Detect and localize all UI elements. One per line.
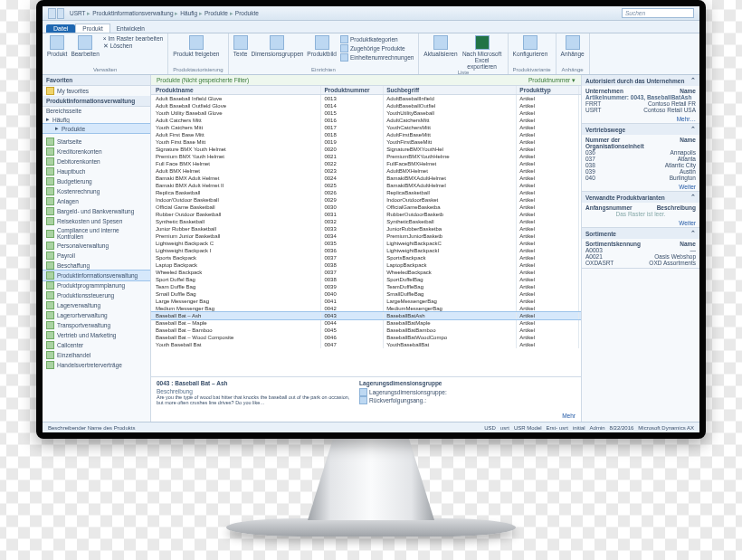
factbox-next-link[interactable]: Weiter [582, 219, 699, 227]
nav-module-item[interactable]: Debitorenkonten [43, 157, 150, 166]
factbox-header[interactable]: Vertriebswege⌃ [582, 124, 699, 135]
table-row[interactable]: Adult Catchers Mitt0016AdultCatchersMitt… [151, 117, 581, 124]
filter-dropdown[interactable]: Produktnummer ▾ [528, 77, 576, 84]
table-row[interactable]: Adult First Base Mitt0018AdultFirstBaseM… [151, 131, 581, 138]
nav-module-item[interactable]: Lagerverwaltung [43, 300, 150, 310]
table-row[interactable]: Baseball Bat – Maple0044BaseballBatMaple… [151, 319, 581, 327]
preview-more-link[interactable]: Mehr [562, 413, 576, 419]
nav-module-item[interactable]: Kostenrechnung [43, 186, 150, 196]
nav-module-item[interactable]: Produktionssteuerung [43, 290, 150, 300]
table-row[interactable]: Small Duffle Bag0040SmallDuffleBagArtike… [151, 290, 581, 298]
texts-button[interactable]: Texte [233, 35, 248, 57]
nav-module-item[interactable]: Budgetierung [43, 176, 150, 186]
nav-back-forward[interactable] [48, 8, 64, 19]
breadcrumb-segment[interactable]: Produkte [205, 10, 233, 17]
table-row[interactable]: Replica Basketball0026ReplicaBasketballA… [151, 189, 581, 196]
nav-module-item[interactable]: Handelsvertreterverträge [43, 360, 150, 370]
table-row[interactable]: Sport Duffel Bag0038SportDuffelBagArtike… [151, 276, 581, 283]
factbox-row[interactable]: 037Atlanta [585, 156, 696, 162]
factbox-header[interactable]: Verwandte Produktvarianten⌃ [582, 192, 699, 203]
factbox-header[interactable]: Sortimente⌃ [582, 228, 699, 239]
nav-module-item[interactable]: Produktprogrammplanung [43, 280, 150, 290]
edit-in-grid-button[interactable]: × Im Raster bearbeiten [103, 35, 163, 42]
breadcrumb-segment[interactable]: USRT [70, 10, 90, 17]
grid-header[interactable]: Produktname Produktnummer Suchbegriff Pr… [151, 86, 581, 95]
nav-module-item[interactable]: Transportverwaltung [43, 320, 150, 330]
table-row[interactable]: Premium BMX Youth Helmet0021PremiumBMXYo… [151, 153, 581, 160]
col-produkttyp[interactable]: Produkttyp [517, 86, 579, 94]
table-row[interactable]: Large Messenger Bag0041LargeMessengerBag… [151, 298, 581, 305]
table-row[interactable]: Junior Rubber Basketball0033JuniorRubber… [151, 225, 581, 233]
table-row[interactable]: Bamaki BMX Adult Helmet0024BamakiBMXAdul… [151, 175, 581, 182]
factbox-row[interactable]: A0003— [585, 247, 696, 253]
nav-module-item[interactable]: Personalverwaltung [43, 241, 150, 251]
table-row[interactable]: Wheeled Backpack0037WheeledBackpackArtik… [151, 269, 581, 276]
nav-module-item[interactable]: Startseite [43, 137, 150, 147]
nav-module-item[interactable]: Bargeld- und Bankverwaltung [43, 206, 150, 216]
chevron-up-icon[interactable]: ⌃ [690, 230, 696, 237]
col-produktname[interactable]: Produktname [153, 86, 321, 94]
nav-module-item[interactable]: Vertrieb und Marketing [43, 330, 150, 340]
filter-bar[interactable]: Produkte (Nicht gespeicherte Filter) Pro… [151, 75, 581, 86]
table-row[interactable]: Official Game Basketball0030OfficialGame… [151, 204, 581, 211]
nav-module-item[interactable]: Beschaffung [43, 261, 150, 271]
breadcrumb-segment[interactable]: Produkte [235, 10, 259, 16]
table-row[interactable]: Lightweight Backpack C0035LightweightBac… [151, 240, 581, 247]
export-excel-button[interactable]: Nach Microsoft Excel exportieren [461, 35, 503, 70]
new-product-button[interactable]: Produkt [47, 35, 67, 57]
grid-body[interactable]: Adult Baseball Infield Glove0013AdultBas… [151, 95, 581, 376]
ribbon-tab-produkt[interactable]: Produkt [75, 24, 109, 33]
table-row[interactable]: Bamaki BMX Adult Helmet II0025BamakiBMXA… [151, 182, 581, 189]
product-image-button[interactable]: Produktbild [307, 35, 337, 57]
table-row[interactable]: Full Face BMX Helmet0022FullFaceBMXHelme… [151, 160, 581, 167]
chevron-up-icon[interactable]: ⌃ [690, 194, 696, 201]
nav-section-favorites[interactable]: Favoriten [43, 75, 150, 86]
forward-icon[interactable] [57, 8, 65, 19]
nav-module-item[interactable]: Callcenter [43, 340, 150, 350]
nav-module-item[interactable]: Kreditorenkonten [43, 147, 150, 157]
table-row[interactable]: Adult BMX Helmet0023AdultBMXHelmetArtike… [151, 167, 581, 175]
breadcrumb-segment[interactable]: Produktinformationsverwaltung [92, 10, 178, 17]
factbox-row[interactable]: 039Austin [585, 168, 696, 175]
table-row[interactable]: Synthetic Basketball0032SyntheticBasketb… [151, 218, 581, 225]
factbox-header[interactable]: Autorisiert durch das Unternehmen⌃ [582, 75, 699, 86]
table-row[interactable]: Indoor/Outdoor Basketball0029IndoorOutdo… [151, 196, 581, 204]
attachments-button[interactable]: Anhänge [561, 35, 585, 57]
breadcrumb-segment[interactable]: Häufig [180, 10, 203, 17]
related-products-button[interactable]: Zugehörige Produkte [340, 44, 414, 52]
ribbon-tab-entwickeln[interactable]: Entwickeln [110, 24, 151, 33]
table-row[interactable]: Youth Baseball Bat0047YouthBaseballBatAr… [151, 341, 581, 348]
table-row[interactable]: Baseball Bat – Wood Composite0046Basebal… [151, 334, 581, 341]
table-row[interactable]: Baseball Bat – Ash0043BaseballBatAshArti… [151, 312, 581, 319]
nav-module-item[interactable]: Compliance und interne Kontrollen [43, 226, 150, 241]
release-product-button[interactable]: Produkt freigeben [173, 35, 219, 57]
table-row[interactable]: Baseball Bat – Bamboo0045BaseballBatBamb… [151, 327, 581, 334]
nav-module-item[interactable]: Reisekosten und Spesen [43, 216, 150, 226]
table-row[interactable]: Premium Junior Basketball0034PremiumJuni… [151, 233, 581, 240]
factbox-next-link[interactable]: Weiter [582, 183, 699, 191]
factbox-row[interactable]: 036Annapolis [585, 149, 696, 156]
table-row[interactable]: Adult Baseball Infield Glove0013AdultBas… [151, 95, 581, 102]
table-row[interactable]: Rubber Outdoor Basketball0031RubberOutdo… [151, 211, 581, 218]
chevron-up-icon[interactable]: ⌃ [690, 126, 696, 133]
col-suchbegriff[interactable]: Suchbegriff [384, 86, 517, 94]
nav-item-produkte[interactable]: ▸ Produkte [43, 124, 150, 133]
factbox-row[interactable]: 038Atlantic City [585, 162, 696, 168]
table-row[interactable]: Laptop Backpack0038LaptopBackpackArtikel [151, 261, 581, 269]
nav-item-areapage[interactable]: Bereichsseite [43, 107, 150, 115]
product-categories-button[interactable]: Produktkategorien [340, 35, 414, 43]
table-row[interactable]: Youth Catchers Mitt0017YouthCatchersMitt… [151, 124, 581, 131]
refresh-button[interactable]: Aktualisieren [423, 35, 457, 57]
configure-button[interactable]: Konfigurieren [513, 35, 548, 57]
unit-conversion-button[interactable]: Einheitenumrechnungen [340, 53, 414, 62]
search-input[interactable]: Suchen [622, 8, 694, 18]
nav-module-item[interactable]: Hauptbuch [43, 166, 150, 176]
table-row[interactable]: Adult Baseball Outfield Glove0014AdultBa… [151, 102, 581, 109]
factbox-row[interactable]: OXDASRTOXD Assortments [585, 260, 696, 266]
table-row[interactable]: Youth First Base Mitt0019YouthFirstBaseM… [151, 138, 581, 146]
nav-section-module[interactable]: Produktinformationsverwaltung [43, 96, 150, 107]
factbox-more-link[interactable]: Mehr… [582, 115, 699, 123]
table-row[interactable]: Medium Messenger Bag0042MediumMessengerB… [151, 305, 581, 312]
edit-button[interactable]: Bearbeiten [71, 35, 99, 57]
table-row[interactable]: Lightweight Backpack I0036LightweightBac… [151, 247, 581, 254]
